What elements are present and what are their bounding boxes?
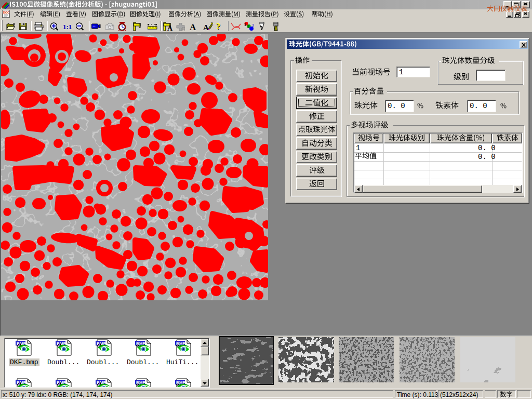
svg-text:A: A [203, 23, 209, 31]
svg-text:?: ? [216, 22, 220, 31]
svg-text:A: A [190, 23, 196, 31]
svg-text:1:1: 1:1 [63, 23, 72, 31]
svg-text:2: 2 [247, 24, 249, 28]
svg-text:3: 3 [252, 23, 254, 27]
svg-text:A: A [167, 24, 173, 31]
svg-text:1: 1 [244, 23, 246, 26]
svg-text:DOC: DOC [3, 11, 9, 14]
